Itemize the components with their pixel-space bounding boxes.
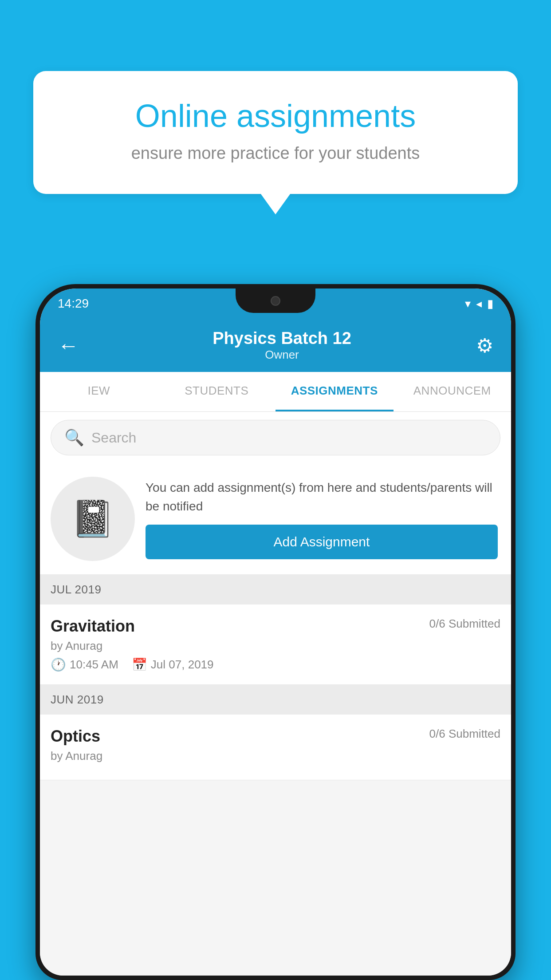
promo-description: You can add assignment(s) from here and … bbox=[146, 478, 498, 516]
search-icon: 🔍 bbox=[64, 428, 84, 447]
search-placeholder: Search bbox=[91, 430, 136, 446]
notch bbox=[236, 288, 315, 313]
assignment-item-optics[interactable]: Optics 0/6 Submitted by Anurag bbox=[40, 715, 511, 780]
search-bar-container: 🔍 Search bbox=[40, 412, 511, 463]
assignment-title-optics: Optics bbox=[51, 727, 100, 746]
assignment-top-row-optics: Optics 0/6 Submitted bbox=[51, 727, 500, 746]
phone-mockup: 14:29 ▾ ◂ ▮ ← Physics Batch 12 Owner ⚙ I… bbox=[35, 284, 516, 980]
section-jun-2019: JUN 2019 bbox=[40, 685, 511, 715]
section-jul-2019: JUL 2019 bbox=[40, 575, 511, 605]
promo-icon-circle: 📓 bbox=[51, 477, 135, 561]
promo-card: 📓 You can add assignment(s) from here an… bbox=[40, 463, 511, 575]
notebook-icon: 📓 bbox=[71, 498, 115, 540]
assignment-date-value: Jul 07, 2019 bbox=[151, 658, 214, 672]
speech-bubble: Online assignments ensure more practice … bbox=[33, 71, 518, 194]
bubble-subtitle: ensure more practice for your students bbox=[64, 144, 487, 163]
assignment-time: 🕐 10:45 AM bbox=[51, 657, 118, 672]
bubble-title: Online assignments bbox=[64, 98, 487, 134]
assignment-date: 📅 Jul 07, 2019 bbox=[132, 657, 214, 672]
clock-icon: 🕐 bbox=[51, 657, 66, 672]
app-bar-title-section: Physics Batch 12 Owner bbox=[88, 329, 476, 362]
tabs-bar: IEW STUDENTS ASSIGNMENTS ANNOUNCEM bbox=[40, 372, 511, 412]
tab-announcements[interactable]: ANNOUNCEM bbox=[394, 372, 512, 411]
assignment-time-value: 10:45 AM bbox=[70, 658, 118, 672]
assignment-title-gravitation: Gravitation bbox=[51, 617, 135, 636]
tab-iew[interactable]: IEW bbox=[40, 372, 158, 411]
status-bar: 14:29 ▾ ◂ ▮ bbox=[40, 288, 511, 319]
speech-bubble-container: Online assignments ensure more practice … bbox=[33, 71, 518, 194]
status-icons: ▾ ◂ ▮ bbox=[465, 297, 493, 311]
calendar-icon: 📅 bbox=[132, 657, 147, 672]
assignment-submitted-gravitation: 0/6 Submitted bbox=[429, 617, 500, 631]
signal-icon: ◂ bbox=[476, 297, 482, 311]
search-bar[interactable]: 🔍 Search bbox=[51, 420, 500, 455]
settings-icon[interactable]: ⚙ bbox=[476, 334, 493, 357]
status-time: 14:29 bbox=[58, 296, 89, 311]
assignment-author-gravitation: by Anurag bbox=[51, 639, 500, 653]
add-assignment-button[interactable]: Add Assignment bbox=[146, 525, 498, 559]
tab-students[interactable]: STUDENTS bbox=[158, 372, 276, 411]
promo-content: You can add assignment(s) from here and … bbox=[146, 478, 498, 559]
back-button[interactable]: ← bbox=[58, 333, 79, 358]
app-bar-title: Physics Batch 12 bbox=[88, 329, 476, 348]
content-area: 🔍 Search 📓 You can add assignment(s) fro… bbox=[40, 412, 511, 976]
assignment-meta-gravitation: 🕐 10:45 AM 📅 Jul 07, 2019 bbox=[51, 657, 500, 672]
wifi-icon: ▾ bbox=[465, 297, 471, 311]
assignment-submitted-optics: 0/6 Submitted bbox=[429, 727, 500, 741]
app-bar-subtitle: Owner bbox=[88, 348, 476, 362]
assignment-item-gravitation[interactable]: Gravitation 0/6 Submitted by Anurag 🕐 10… bbox=[40, 605, 511, 685]
battery-icon: ▮ bbox=[487, 297, 493, 311]
phone-screen: 14:29 ▾ ◂ ▮ ← Physics Batch 12 Owner ⚙ I… bbox=[40, 288, 511, 976]
tab-assignments[interactable]: ASSIGNMENTS bbox=[276, 372, 394, 411]
assignment-top-row: Gravitation 0/6 Submitted bbox=[51, 617, 500, 636]
app-bar: ← Physics Batch 12 Owner ⚙ bbox=[40, 319, 511, 372]
camera bbox=[271, 296, 280, 306]
assignment-author-optics: by Anurag bbox=[51, 749, 500, 763]
